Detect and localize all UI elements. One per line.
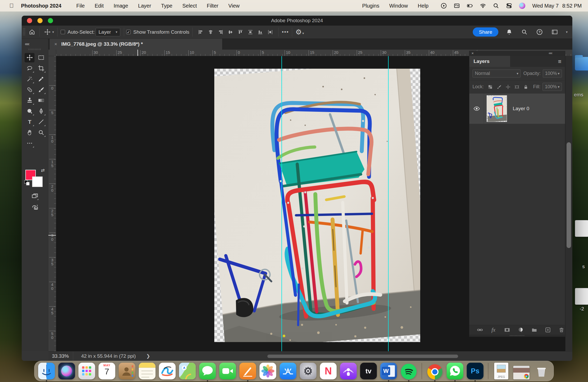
clone-stamp-tool[interactable] [25, 96, 34, 105]
distribute-horizontal-icon[interactable] [265, 28, 275, 37]
layer-name[interactable]: Layer 0 [513, 106, 529, 111]
dock-item-word[interactable]: W [380, 363, 397, 379]
menu-plugins[interactable]: Plugins [362, 3, 379, 9]
dock-item-calendar[interactable]: MAY7 [99, 363, 115, 379]
panel-resize-grip[interactable] [469, 334, 565, 337]
dock-item-photos[interactable] [260, 363, 276, 379]
eyedropper-tool[interactable] [36, 74, 46, 84]
dock-item-launchpad[interactable] [78, 363, 95, 379]
menu-bar-date[interactable]: Wed May 7 [532, 3, 559, 9]
minimize-window-button[interactable] [37, 18, 43, 23]
wifi-icon[interactable] [480, 2, 486, 9]
lock-position-icon[interactable] [504, 84, 512, 90]
document-info[interactable]: 42 in x 55.944 in (72 ppi) ❯ [73, 353, 158, 359]
help-icon[interactable]: ? [535, 28, 544, 37]
move-tool[interactable] [25, 53, 34, 62]
lasso-tool[interactable] [25, 64, 34, 73]
desktop-file-icon[interactable] [575, 220, 588, 237]
generative-edit-icon[interactable] [30, 202, 40, 211]
menu-help[interactable]: Help [418, 3, 429, 9]
play-circle-icon[interactable] [440, 2, 447, 9]
status-arrow-icon[interactable]: ❯ [146, 353, 150, 359]
document-tab[interactable]: × IMG_7768.jpeg @ 33.3% (RGB/8*) * [50, 39, 222, 50]
home-icon[interactable] [27, 28, 36, 37]
search-icon[interactable] [520, 28, 529, 37]
layer-visibility-eye-icon[interactable] [469, 93, 484, 124]
collapse-tools-icon[interactable]: «« [25, 41, 29, 47]
battery-icon[interactable] [466, 2, 473, 9]
apple-menu-icon[interactable]:  [9, 2, 14, 9]
brush-tool[interactable] [36, 85, 46, 95]
dock-item-contacts[interactable] [119, 363, 135, 379]
panel-menu-icon[interactable]: ≡ [558, 58, 561, 65]
menu-select[interactable]: Select [182, 3, 197, 9]
link-layers-icon[interactable] [476, 326, 483, 333]
menu-layer[interactable]: Layer [138, 3, 151, 9]
lock-pixels-icon[interactable] [495, 84, 503, 90]
tools-grip[interactable] [28, 49, 42, 50]
dock-item-tv[interactable]: tv [360, 363, 377, 379]
delete-layer-icon[interactable] [558, 326, 565, 333]
new-layer-icon[interactable] [544, 326, 551, 333]
chevron-down-icon[interactable]: ▾ [52, 30, 54, 34]
align-right-edges-icon[interactable] [216, 28, 226, 37]
menu-image[interactable]: Image [114, 3, 128, 9]
ruler-origin-corner[interactable] [48, 50, 56, 56]
close-panel-icon[interactable]: × [471, 51, 474, 55]
lock-artboard-icon[interactable] [513, 84, 521, 90]
workspace-chevron-icon[interactable]: ▾ [566, 30, 568, 34]
zoom-level-field[interactable]: 33.33% [48, 351, 73, 361]
dock-item-podcasts[interactable] [340, 363, 357, 379]
magic-wand-tool[interactable] [25, 74, 34, 84]
line-tool[interactable] [36, 117, 46, 127]
spotlight-icon[interactable] [493, 2, 499, 9]
notifications-bell-icon[interactable] [505, 28, 514, 37]
dock-item-spotify[interactable] [400, 363, 417, 379]
dock-item-messages[interactable] [199, 363, 216, 379]
menu-window[interactable]: Window [389, 3, 408, 9]
background-color-swatch[interactable] [32, 177, 43, 187]
group-layers-icon[interactable] [531, 326, 538, 333]
workspace-switcher-icon[interactable] [550, 28, 559, 37]
dock-item-chrome[interactable] [426, 363, 443, 379]
fx-icon[interactable]: fx [490, 326, 497, 333]
move-tool-preset-icon[interactable] [43, 28, 52, 37]
horizontal-scrollbar-thumb[interactable] [267, 355, 458, 358]
layer-mask-icon[interactable] [503, 326, 511, 333]
menu-filter[interactable]: Filter [207, 3, 218, 9]
dock-item-news[interactable]: N [320, 363, 337, 379]
dock-item-pages[interactable] [239, 363, 256, 379]
dock-item-maps[interactable] [179, 363, 196, 379]
window-title-bar[interactable]: Adobe Photoshop 2024 [22, 16, 572, 26]
opacity-value-field[interactable]: 100%▾ [543, 69, 562, 78]
dock-item-photoshop[interactable]: Ps [467, 363, 483, 379]
vertical-scrollbar-track[interactable] [565, 56, 572, 351]
menu-edit[interactable]: Edit [95, 3, 103, 9]
window-switcher-icon[interactable] [453, 2, 460, 9]
guide-vertical-2[interactable] [388, 56, 389, 351]
menu-bar-clock[interactable]: 8:52 PM [562, 3, 582, 9]
align-bottom-edges-icon[interactable] [255, 28, 265, 37]
crop-tool[interactable] [36, 64, 46, 73]
dock-item-finder[interactable] [38, 363, 55, 379]
distribute-vertical-icon[interactable] [245, 28, 255, 37]
dock-item-siri[interactable] [58, 363, 75, 379]
blend-mode-dropdown[interactable]: Normal▾ [472, 69, 521, 78]
zoom-window-button[interactable] [48, 18, 53, 23]
pen-tool[interactable] [36, 107, 46, 116]
more-align-options-icon[interactable]: ••• [282, 29, 289, 35]
siri-icon[interactable] [519, 2, 526, 9]
swap-colors-icon[interactable]: ⇄ [41, 168, 45, 173]
gradient-tool[interactable] [36, 96, 46, 105]
collapse-panel-icon[interactable]: «« [549, 51, 552, 55]
guide-vertical-1[interactable] [281, 56, 282, 351]
dock-item-whatsapp[interactable] [447, 363, 463, 379]
fill-value-field[interactable]: 100%▾ [543, 83, 562, 91]
align-left-edges-icon[interactable] [196, 28, 206, 37]
dock-item-trash[interactable] [533, 363, 550, 379]
menu-file[interactable]: File [76, 3, 85, 9]
control-center-icon[interactable] [506, 2, 512, 9]
default-colors-icon[interactable] [24, 180, 30, 186]
rectangular-marquee-tool[interactable] [36, 53, 46, 62]
show-transform-checkbox[interactable]: ✓ [126, 30, 131, 34]
